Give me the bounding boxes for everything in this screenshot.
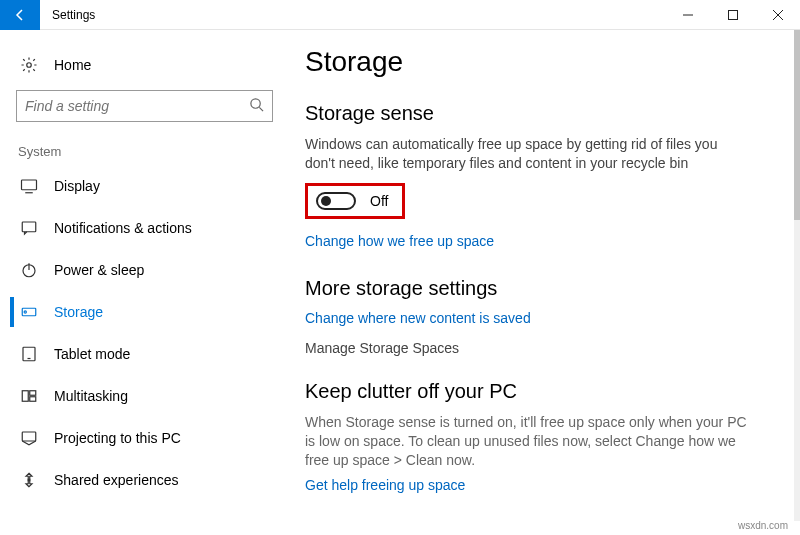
home-label: Home xyxy=(54,57,91,73)
link-get-help[interactable]: Get help freeing up space xyxy=(305,477,772,493)
heading-keep-clutter: Keep clutter off your PC xyxy=(305,380,772,403)
back-button[interactable] xyxy=(0,0,40,30)
section-label-system: System xyxy=(10,136,279,165)
svg-line-4 xyxy=(259,107,263,111)
main-panel: Storage Storage sense Windows can automa… xyxy=(285,30,800,535)
minimize-button[interactable] xyxy=(665,0,710,30)
svg-point-11 xyxy=(24,311,26,313)
heading-more-storage: More storage settings xyxy=(305,277,772,300)
sidebar-item-label: Power & sleep xyxy=(54,262,144,278)
display-icon xyxy=(18,177,40,195)
sidebar-item-label: Multitasking xyxy=(54,388,128,404)
close-button[interactable] xyxy=(755,0,800,30)
toggle-knob xyxy=(321,196,331,206)
search-box[interactable] xyxy=(16,90,273,122)
link-manage-storage-spaces[interactable]: Manage Storage Spaces xyxy=(305,340,772,356)
search-input[interactable] xyxy=(25,98,249,114)
scrollbar-track[interactable] xyxy=(794,30,800,521)
sidebar-item-projecting[interactable]: Projecting to this PC xyxy=(10,417,279,459)
multitasking-icon xyxy=(18,387,40,405)
window-controls xyxy=(665,0,800,30)
sidebar-item-tablet[interactable]: Tablet mode xyxy=(10,333,279,375)
storage-sense-toggle[interactable] xyxy=(316,192,356,210)
svg-rect-14 xyxy=(22,391,28,402)
sidebar-item-power[interactable]: Power & sleep xyxy=(10,249,279,291)
clutter-description: When Storage sense is turned on, it'll f… xyxy=(305,413,750,470)
sidebar-item-label: Projecting to this PC xyxy=(54,430,181,446)
toggle-state-label: Off xyxy=(370,193,388,209)
sidebar-item-shared[interactable]: Shared experiences xyxy=(10,459,279,501)
storage-sense-toggle-highlight: Off xyxy=(305,183,405,219)
svg-rect-7 xyxy=(22,222,36,232)
sidebar-item-label: Storage xyxy=(54,304,103,320)
svg-rect-5 xyxy=(22,180,37,190)
link-change-where-saved[interactable]: Change where new content is saved xyxy=(305,310,772,326)
sidebar-item-display[interactable]: Display xyxy=(10,165,279,207)
heading-storage-sense: Storage sense xyxy=(305,102,772,125)
sidebar-item-label: Shared experiences xyxy=(54,472,179,488)
titlebar: Settings xyxy=(0,0,800,30)
shared-icon xyxy=(18,471,40,489)
storage-sense-description: Windows can automatically free up space … xyxy=(305,135,750,173)
svg-point-3 xyxy=(251,99,260,108)
svg-rect-1 xyxy=(728,10,737,19)
sidebar-item-storage[interactable]: Storage xyxy=(10,291,279,333)
page-title: Storage xyxy=(305,46,772,78)
sidebar: Home System Display Notifications & acti… xyxy=(0,30,285,535)
storage-icon xyxy=(18,303,40,321)
svg-rect-16 xyxy=(30,397,36,402)
notifications-icon xyxy=(18,219,40,237)
search-icon xyxy=(249,97,264,115)
sidebar-item-notifications[interactable]: Notifications & actions xyxy=(10,207,279,249)
sidebar-item-label: Notifications & actions xyxy=(54,220,192,236)
svg-point-2 xyxy=(27,63,32,68)
svg-rect-17 xyxy=(22,432,36,441)
home-button[interactable]: Home xyxy=(10,46,279,84)
power-icon xyxy=(18,261,40,279)
gear-icon xyxy=(18,56,40,74)
window-title: Settings xyxy=(40,8,665,22)
watermark: wsxdn.com xyxy=(738,520,788,531)
link-change-free-space[interactable]: Change how we free up space xyxy=(305,233,772,249)
svg-rect-15 xyxy=(30,391,36,396)
sidebar-item-multitasking[interactable]: Multitasking xyxy=(10,375,279,417)
maximize-button[interactable] xyxy=(710,0,755,30)
sidebar-item-label: Display xyxy=(54,178,100,194)
scrollbar-thumb[interactable] xyxy=(794,30,800,220)
projecting-icon xyxy=(18,429,40,447)
sidebar-item-label: Tablet mode xyxy=(54,346,130,362)
tablet-icon xyxy=(18,345,40,363)
